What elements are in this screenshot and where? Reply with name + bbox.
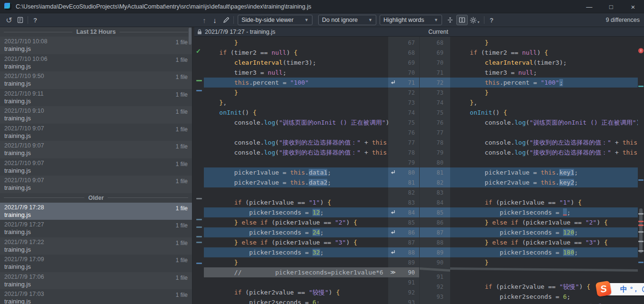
settings-gear-icon[interactable]: ▼ <box>469 13 481 27</box>
highlight-mode-select[interactable]: Highlight words ▼ <box>380 15 442 25</box>
code-line[interactable]: console.log("训练页面的onInit () 正在被调用"); <box>450 118 638 127</box>
history-revision-item[interactable]: 2021/7/10 9:501 filetraining.js <box>0 71 192 89</box>
code-line[interactable]: picker2value = this.key2; <box>450 177 638 187</box>
code-line[interactable]: picker1value = this.data1; <box>204 167 388 177</box>
code-line[interactable]: } <box>450 257 638 267</box>
apply-change-icon[interactable] <box>390 229 396 235</box>
history-revision-item[interactable]: 2021/7/10 9:071 filetraining.js <box>0 141 192 158</box>
code-line[interactable]: this.percent = "100" <box>204 78 388 88</box>
code-line[interactable]: } <box>450 88 638 98</box>
code-line[interactable]: if (picker2value == "较慢") { <box>204 287 388 297</box>
history-revision-item[interactable]: 2021/7/10 9:071 filetraining.js <box>0 176 192 193</box>
code-line[interactable]: } else if (picker1value == "2") { <box>450 217 638 227</box>
code-line[interactable]: console.log("训练页面的onInit () 正在被调用") <box>204 118 388 127</box>
history-revision-item[interactable]: 2021/7/10 9:111 filetraining.js <box>0 89 192 107</box>
code-line[interactable]: } else if (picker1value == "3") { <box>450 237 638 247</box>
code-line[interactable]: } <box>204 38 388 48</box>
history-revision-item[interactable]: 2021/7/10 9:071 filetraining.js <box>0 158 192 176</box>
sidebar-scrollbar-thumb[interactable] <box>189 28 191 45</box>
code-line[interactable]: console.log("接收到的左边选择器的值：" + this.picker… <box>450 137 638 147</box>
code-line[interactable]: timer3 = null; <box>204 68 388 78</box>
code-line[interactable]: timer3 = null; <box>450 68 638 78</box>
history-revision-item[interactable]: 2021/7/10 9:071 filetraining.js <box>0 124 192 141</box>
code-line[interactable]: if (timer2 == null) { <box>450 48 638 58</box>
code-line[interactable] <box>204 157 388 167</box>
ignore-policy-select[interactable]: Do not ignore ▼ <box>318 15 376 25</box>
line-number: 93 <box>388 297 419 304</box>
code-line[interactable]: }, <box>450 98 638 108</box>
code-line[interactable] <box>450 187 638 197</box>
code-line[interactable]: picker1seconds = 180; <box>450 247 638 257</box>
code-line[interactable]: if (picker1value == "1") { <box>450 197 638 207</box>
minimize-button[interactable]: — <box>578 0 600 13</box>
code-line[interactable]: if (timer2 == null) { <box>204 48 388 58</box>
code-line[interactable] <box>204 127 388 137</box>
code-line[interactable] <box>450 127 638 137</box>
history-revision-item[interactable]: 2021/7/9 17:091 filetraining.js <box>0 255 192 272</box>
close-button[interactable]: × <box>622 0 644 13</box>
code-line[interactable]: picker1seconds = 32; <box>204 247 388 257</box>
maximize-button[interactable]: □ <box>600 0 622 13</box>
code-line[interactable]: // picker1seconds=picker1value*6 <box>204 267 388 277</box>
history-revision-item[interactable]: 2021/7/9 17:221 filetraining.js <box>0 237 192 255</box>
code-line[interactable]: } <box>450 38 638 48</box>
history-revision-item[interactable]: 2021/7/9 17:271 filetraining.js <box>0 220 192 237</box>
apply-all-icon[interactable]: ≫ <box>390 269 396 275</box>
code-line[interactable]: picker1seconds = 12; <box>204 207 388 217</box>
create-patch-icon[interactable] <box>15 13 25 27</box>
history-revision-item[interactable]: 2021/7/9 17:061 filetraining.js <box>0 272 192 290</box>
right-editor-pane[interactable]: } if (timer2 == null) { clearInterval(ti… <box>450 37 638 304</box>
code-line[interactable]: picker2seconds = 6; <box>204 297 388 304</box>
code-line[interactable]: console.log("接收到的左边选择器的值：" + this.picker… <box>204 137 388 147</box>
ime-logo[interactable]: S <box>595 281 612 297</box>
code-line[interactable]: picker1seconds = 24; <box>204 227 388 237</box>
history-revision-item[interactable]: 2021/7/10 10:081 filetraining.js <box>0 37 192 54</box>
code-line[interactable]: }, <box>204 98 388 108</box>
left-editor-pane[interactable]: } if (timer2 == null) { clearInterval(ti… <box>204 37 388 304</box>
code-line[interactable]: picker2value = this.data2; <box>204 177 388 187</box>
editor-scrollbar-thumb[interactable] <box>639 208 643 253</box>
previous-difference-icon[interactable]: ↑ <box>200 13 209 27</box>
ime-punctuation-mode[interactable]: °， <box>630 285 639 294</box>
code-line[interactable]: clearInterval(timer3); <box>450 58 638 68</box>
viewer-mode-select[interactable]: Side-by-side viewer ▼ <box>238 15 312 25</box>
code-line[interactable]: } <box>204 257 388 267</box>
history-revision-item[interactable]: 2021/7/9 17:281 filetraining.js <box>0 203 192 220</box>
code-line[interactable] <box>450 272 638 282</box>
apply-change-icon[interactable] <box>390 249 396 255</box>
history-revision-item[interactable]: 2021/7/10 9:101 filetraining.js <box>0 106 192 124</box>
apply-change-icon[interactable] <box>390 169 396 176</box>
code-line[interactable]: console.log("接收到的右边选择器的值：" + this.picker… <box>204 147 388 157</box>
history-revision-item[interactable]: 2021/7/9 17:031 filetraining.js <box>0 289 192 304</box>
code-line[interactable]: } else if (picker1value == "2") { <box>204 217 388 227</box>
code-line[interactable]: if (picker1value == "1") { <box>204 197 388 207</box>
code-line[interactable]: } else if (picker1value == "3") { <box>204 237 388 247</box>
apply-change-icon[interactable] <box>390 79 396 86</box>
stripe-marker <box>638 86 644 87</box>
history-revision-item[interactable]: 2021/7/10 10:061 filetraining.js <box>0 54 192 72</box>
help-icon-left[interactable]: ? <box>30 13 40 27</box>
code-line[interactable]: clearInterval(timer3); <box>204 58 388 68</box>
synchronize-scrolling-toggle[interactable] <box>456 15 468 25</box>
next-difference-icon[interactable]: ↓ <box>210 13 220 27</box>
code-line[interactable]: this.percent = "100"; <box>450 78 638 88</box>
code-line[interactable]: picker1value = this.key1; <box>450 167 638 177</box>
edit-source-icon[interactable] <box>221 13 231 27</box>
collapse-unchanged-icon[interactable] <box>445 13 455 27</box>
code-line[interactable] <box>204 277 388 287</box>
code-line[interactable] <box>204 187 388 197</box>
code-line[interactable]: onInit() { <box>450 108 638 118</box>
help-icon-right[interactable]: ? <box>487 13 496 27</box>
code-line[interactable]: picker1seconds = 120; <box>450 227 638 237</box>
revert-icon[interactable]: ↺ <box>4 13 14 27</box>
ime-language-mode[interactable]: 中 <box>620 285 627 294</box>
code-line[interactable]: picker1seconds = ; <box>450 207 638 217</box>
lock-icon <box>197 29 202 35</box>
code-line[interactable]: } else if (picker2value == "舒缓") { <box>450 302 638 304</box>
code-line[interactable]: onInit() { <box>204 108 388 118</box>
code-line[interactable]: console.log("接收到的右边选择器的值：" + this.picker… <box>450 147 638 157</box>
code-line[interactable] <box>450 157 638 167</box>
apply-change-icon[interactable] <box>390 209 396 216</box>
ime-emoji-icon[interactable] <box>642 285 644 293</box>
code-line[interactable]: } <box>204 88 388 98</box>
